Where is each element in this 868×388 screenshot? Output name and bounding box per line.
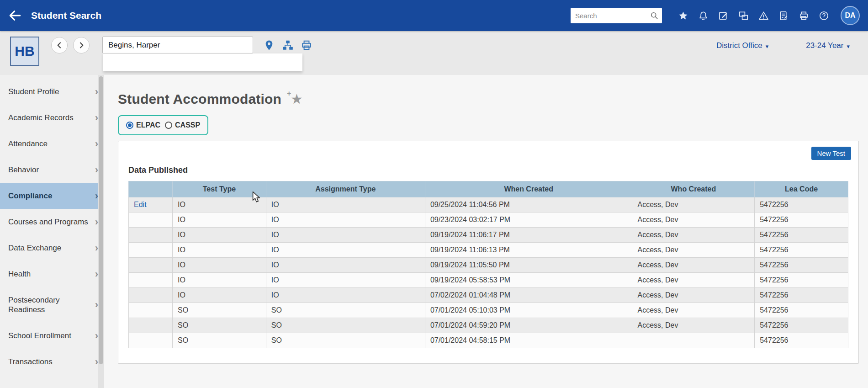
table-row: IOIO09/19/2024 11:05:50 PMAccess, Dev547… — [129, 258, 848, 273]
table-cell: 5472256 — [755, 197, 848, 213]
table-cell: 5472256 — [755, 273, 848, 288]
table-cell: 09/19/2024 11:05:50 PM — [425, 258, 632, 273]
sidebar-scrollbar[interactable] — [98, 75, 104, 388]
print-icon[interactable] — [799, 11, 809, 21]
table-cell: IO — [266, 197, 425, 213]
sidebar-item-transactions[interactable]: Transactions › — [0, 349, 104, 375]
table-cell: IO — [266, 243, 425, 258]
caret-down-icon: ▾ — [766, 43, 769, 50]
content-title: Student Accommodation — [118, 91, 281, 107]
table-cell — [129, 213, 173, 228]
sidebar-list: Student Profile › Academic Records › Att… — [0, 79, 104, 375]
sidebar-item-school-enrollment[interactable]: School Enrollment › — [0, 323, 104, 349]
radio-cassp[interactable]: CASSP — [165, 121, 200, 129]
district-dropdown[interactable]: District Office ▾ — [716, 41, 768, 50]
sidebar-item-student-profile[interactable]: Student Profile › — [0, 79, 104, 105]
user-avatar[interactable]: DA — [841, 6, 860, 25]
caret-down-icon: ▾ — [847, 43, 850, 50]
year-dropdown[interactable]: 23-24 Year ▾ — [806, 41, 850, 50]
table-row: SOSO07/01/2024 04:59:20 PMAccess, Dev547… — [129, 318, 848, 333]
sidebar-item-courses-and-programs[interactable]: Courses and Programs › — [0, 209, 104, 235]
sidebar-item-label: Health — [8, 270, 31, 278]
topbar: Student Search — [0, 0, 868, 31]
sidebar: Student Profile › Academic Records › Att… — [0, 75, 104, 388]
table-cell: 07/02/2024 01:04:48 PM — [425, 288, 632, 303]
sidebar-item-academic-records[interactable]: Academic Records › — [0, 105, 104, 131]
sidebar-item-health[interactable]: Health › — [0, 261, 104, 287]
table-row: IOIO09/19/2024 11:06:17 PMAccess, Dev547… — [129, 228, 848, 243]
table-row: EditIOIO09/25/2024 11:04:56 PMAccess, De… — [129, 197, 848, 213]
column-header-lea-code[interactable]: Lea Code — [755, 181, 848, 197]
table-cell: SO — [173, 303, 266, 318]
radio-circle-icon[interactable] — [165, 122, 172, 129]
student-search-field — [102, 37, 253, 53]
sidebar-item-data-exchange[interactable]: Data Exchange › — [0, 235, 104, 261]
sidebar-item-attendance[interactable]: Attendance › — [0, 131, 104, 157]
table-cell: 5472256 — [755, 288, 848, 303]
radio-circle-icon[interactable] — [126, 122, 133, 129]
chevron-right-icon — [77, 41, 86, 50]
table-cell — [129, 303, 173, 318]
table-row: IOIO07/02/2024 01:04:48 PMAccess, Dev547… — [129, 288, 848, 303]
radio-elpac[interactable]: ELPAC — [126, 121, 160, 129]
table-cell: 07/01/2024 05:10:03 PM — [425, 303, 632, 318]
sidebar-scrollbar-thumb[interactable] — [99, 76, 103, 364]
search-icon[interactable] — [650, 11, 659, 20]
student-header-bar: HB District Office ▾ 23-2 — [0, 31, 868, 75]
table-cell: 09/23/2024 03:02:17 PM — [425, 213, 632, 228]
student-initials-tile[interactable]: HB — [10, 37, 39, 66]
sidebar-item-postsecondary-readiness[interactable]: Postsecondary Readiness › — [0, 287, 104, 323]
column-header-assignment-type[interactable]: Assignment Type — [266, 181, 425, 197]
chevron-left-icon — [55, 41, 64, 50]
main-content: Student Accommodation ★+ ELPAC CASSP New… — [104, 75, 868, 388]
sidebar-item-compliance[interactable]: Compliance › — [0, 183, 104, 209]
table-cell: 07/01/2024 04:59:20 PM — [425, 318, 632, 333]
back-button[interactable] — [5, 5, 26, 26]
new-test-button[interactable]: New Test — [811, 147, 851, 160]
edit-link[interactable]: Edit — [129, 197, 173, 213]
table-cell: Access, Dev — [632, 273, 755, 288]
sidebar-item-label: Academic Records — [8, 113, 74, 122]
notifications-bell-icon[interactable] — [698, 11, 709, 21]
chevron-right-icon: › — [95, 139, 98, 149]
sidebar-item-behavior[interactable]: Behavior › — [0, 157, 104, 183]
table-cell: SO — [173, 333, 266, 348]
column-header-empty[interactable] — [129, 181, 173, 197]
table-cell: SO — [266, 333, 425, 348]
org-chart-icon[interactable] — [282, 39, 294, 51]
table-cell: IO — [173, 213, 266, 228]
alert-triangle-icon[interactable] — [758, 11, 769, 21]
column-header-test-type[interactable]: Test Type — [173, 181, 266, 197]
column-header-who-created[interactable]: Who Created — [632, 181, 755, 197]
sidebar-item-label: Transactions — [8, 357, 53, 366]
multi-window-icon[interactable] — [738, 11, 749, 21]
search-input[interactable] — [571, 8, 662, 23]
table-cell: 5472256 — [755, 213, 848, 228]
edit-note-icon[interactable] — [718, 11, 729, 21]
table-cell: SO — [266, 303, 425, 318]
table-cell: IO — [266, 228, 425, 243]
chevron-right-icon: › — [95, 217, 98, 227]
student-search-input[interactable] — [102, 37, 253, 53]
favorites-star-icon[interactable] — [678, 11, 688, 21]
table-cell: 09/19/2024 05:58:53 PM — [425, 273, 632, 288]
sidebar-item-label: School Enrollment — [8, 331, 71, 340]
table-cell — [129, 258, 173, 273]
table-cell: 09/19/2024 11:06:13 PM — [425, 243, 632, 258]
sidebar-item-label: Compliance — [8, 191, 52, 200]
sidebar-item-label: Courses and Programs — [8, 218, 88, 226]
next-student-button[interactable] — [73, 37, 90, 53]
district-dropdown-label: District Office — [716, 41, 762, 50]
student-autocomplete-dropdown[interactable] — [103, 53, 302, 71]
previous-student-button[interactable] — [51, 37, 68, 53]
sidebar-item-label: Data Exchange — [8, 244, 61, 252]
table-cell: IO — [173, 273, 266, 288]
add-favorite-star-icon[interactable]: ★+ — [291, 92, 303, 106]
report-icon[interactable] — [778, 11, 789, 21]
column-header-when-created[interactable]: When Created — [425, 181, 632, 197]
print-student-icon[interactable] — [301, 39, 312, 51]
location-pin-icon[interactable] — [263, 39, 275, 51]
table-row: IOIO09/19/2024 11:06:13 PMAccess, Dev547… — [129, 243, 848, 258]
table-header-row: Test TypeAssignment TypeWhen CreatedWho … — [129, 181, 848, 197]
help-icon[interactable] — [819, 11, 829, 21]
